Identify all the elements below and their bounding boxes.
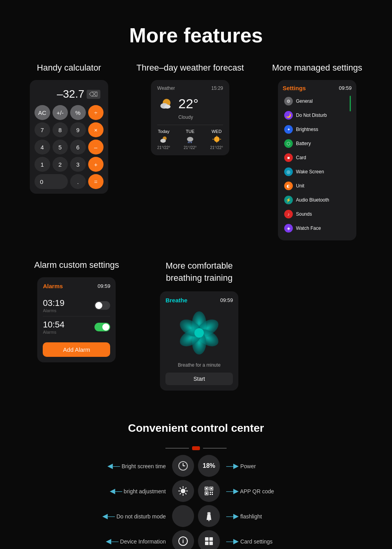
svg-point-4 <box>160 139 166 143</box>
dnd-mode-label: Do not disturb mode <box>116 513 166 520</box>
settings-item-general[interactable]: ⚙ General <box>283 95 352 108</box>
calculator-title: Handy calculator <box>37 63 101 73</box>
ctrl-label-qr-code: —▶ APP QR code <box>220 487 298 495</box>
settings-label-watchface: Watch Face <box>296 225 321 231</box>
alarm-toggle-2[interactable] <box>94 323 110 331</box>
ctrl-btn-flashlight[interactable] <box>198 505 220 527</box>
settings-item-dnd[interactable]: 🌙 Do Not Disturb <box>283 109 352 122</box>
breathe-message: Breathe for a minute <box>165 362 233 368</box>
settings-item-battery[interactable]: ⬡ Battery <box>283 137 352 150</box>
settings-app-time: 09:59 <box>339 85 352 91</box>
calc-btn-4[interactable]: 4 <box>34 140 50 155</box>
svg-rect-48 <box>205 537 209 541</box>
weather-section: Three–day weather forecast Weather 15:29… <box>136 63 244 155</box>
weather-main: 22° <box>157 95 223 112</box>
forecast-label-tue: TUE <box>184 129 197 134</box>
settings-header: Settings 09:59 <box>283 85 352 91</box>
backspace-icon[interactable]: ⌫ <box>87 90 100 99</box>
alarm-info-1: 03:19 Alarms <box>43 298 64 313</box>
ctrl-btn-brightness[interactable] <box>172 480 194 502</box>
forecast-icon-today <box>159 135 169 143</box>
calc-btn-multiply[interactable]: × <box>88 122 104 137</box>
control-row-4: ◀— Device Information i <box>78 530 314 549</box>
weather-title: Three–day weather forecast <box>136 63 244 73</box>
calc-value: –32.7 <box>57 88 84 100</box>
toggle-knob-1 <box>95 302 102 309</box>
calc-btn-equals[interactable]: = <box>88 174 104 189</box>
svg-rect-43 <box>207 512 211 514</box>
calc-btn-divide[interactable]: ÷ <box>88 105 104 120</box>
svg-point-20 <box>194 328 204 338</box>
ctrl-label-power: —▶ Power <box>220 462 298 470</box>
ctrl-label-card-settings: —▶ Card settings <box>220 537 298 545</box>
calc-btn-8[interactable]: 8 <box>53 122 68 137</box>
ctrl-buttons-row-1: 18% <box>172 455 220 477</box>
ctrl-btn-moon[interactable] <box>172 505 194 527</box>
moon-icon <box>178 511 189 522</box>
settings-item-watchface[interactable]: ◈ Watch Face <box>283 222 352 235</box>
settings-label-card: Card <box>296 155 306 160</box>
alarm-toggle-1[interactable] <box>94 301 110 310</box>
alarm-label-1: Alarms <box>43 308 64 313</box>
settings-item-wake[interactable]: ◎ Wake Screen <box>283 165 352 178</box>
info-icon: i <box>178 536 189 547</box>
calc-btn-6[interactable]: 6 <box>70 140 86 155</box>
arrow-right-1: —▶ <box>226 462 239 470</box>
calc-btn-dot[interactable]: . <box>70 174 86 189</box>
svg-rect-41 <box>210 494 211 495</box>
breathe-start-button[interactable]: Start <box>165 373 233 385</box>
alarm-time-1: 03:19 <box>43 298 64 308</box>
settings-item-unit[interactable]: ◐ Unit <box>283 179 352 193</box>
calc-btn-percent[interactable]: % <box>70 105 86 120</box>
brightness-icon: ✦ <box>284 125 293 134</box>
weather-icon <box>157 95 174 112</box>
ctrl-btn-qr[interactable] <box>198 480 220 502</box>
svg-line-32 <box>180 493 181 494</box>
settings-item-brightness[interactable]: ✦ Brightness <box>283 123 352 136</box>
sounds-icon: ♪ <box>284 210 293 218</box>
audio-icon: ⚡ <box>284 196 293 204</box>
ctrl-btn-info[interactable]: i <box>172 530 194 549</box>
calc-btn-5[interactable]: 5 <box>53 140 68 155</box>
calc-btn-0[interactable]: 0 <box>34 174 68 189</box>
calc-btn-plusminus[interactable]: +/- <box>53 105 68 120</box>
add-alarm-button[interactable]: Add Alarm <box>43 342 110 357</box>
settings-item-sounds[interactable]: ♪ Sounds <box>283 207 352 221</box>
svg-rect-40 <box>212 492 213 493</box>
svg-rect-36 <box>211 488 212 489</box>
watch-crown <box>192 446 200 450</box>
forecast-day-tue: TUE 21°/22° <box>184 129 197 150</box>
forecast-label-wed: WED <box>210 129 223 134</box>
general-icon: ⚙ <box>284 97 293 105</box>
ctrl-btn-battery[interactable]: 18% <box>198 455 220 477</box>
calc-grid: AC +/- % ÷ 7 8 9 × 4 5 6 – 1 2 3 + 0 . = <box>34 105 103 189</box>
forecast-icon-tue <box>185 135 195 143</box>
calc-btn-3[interactable]: 3 <box>70 157 86 172</box>
weather-forecast: Today 21°/22° TUE 21°/22° <box>157 129 223 150</box>
bright-screen-time-label: Bright screen time <box>122 463 166 469</box>
calculator-section: Handy calculator –32.7 ⌫ AC +/- % ÷ 7 8 … <box>30 63 108 194</box>
calc-btn-2[interactable]: 2 <box>53 157 68 172</box>
ctrl-btn-grid[interactable] <box>198 530 220 549</box>
settings-item-audio[interactable]: ⚡ Audio Bluetooth <box>283 193 352 207</box>
forecast-day-wed: WED 21°/22° <box>210 129 223 150</box>
svg-rect-38 <box>206 493 207 494</box>
calc-btn-minus[interactable]: – <box>88 140 104 155</box>
ctrl-buttons-row-3 <box>172 505 220 527</box>
calc-btn-9[interactable]: 9 <box>70 122 86 137</box>
settings-app-title: Settings <box>283 85 306 91</box>
calc-btn-plus[interactable]: + <box>88 157 104 172</box>
bright-adj-label: bright adjustment <box>124 488 166 494</box>
dnd-icon: 🌙 <box>284 111 293 120</box>
watch-side-bar-left <box>165 448 189 449</box>
calc-btn-1[interactable]: 1 <box>34 157 50 172</box>
calc-btn-ac[interactable]: AC <box>34 105 50 120</box>
ctrl-btn-8s[interactable] <box>172 455 194 477</box>
arrow-left-4: ◀— <box>106 537 118 545</box>
breathe-section-title: More comfortable breathing training <box>156 260 242 284</box>
svg-line-31 <box>185 487 187 489</box>
alarms-app-title: Alarms <box>43 283 63 289</box>
wake-icon: ◎ <box>284 167 293 176</box>
calc-btn-7[interactable]: 7 <box>34 122 50 137</box>
settings-item-card[interactable]: ■ Card <box>283 151 352 164</box>
